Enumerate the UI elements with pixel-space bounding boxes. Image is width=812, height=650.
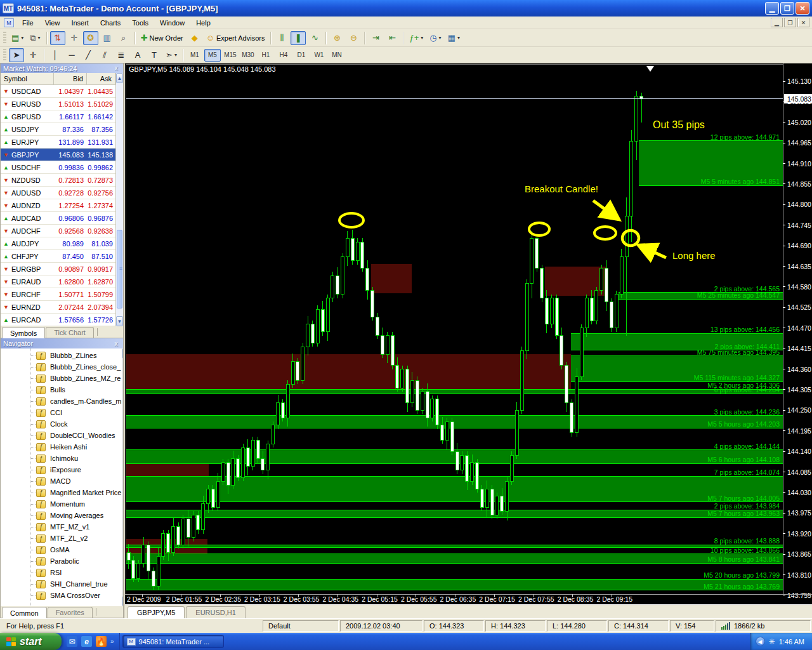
indicator-item[interactable]: ƒHeiken Ashi [1,441,122,453]
table-row[interactable]: ▲AUDJPY80.98981.039 [1,237,115,250]
indicator-item[interactable]: ƒBulls [1,384,122,395]
toolbar-grip[interactable] [3,49,6,62]
table-row[interactable]: ▲USDJPY87.33687.356 [1,123,115,136]
indicator-item[interactable]: ƒMoving Averages [1,510,122,521]
candlestick-mode-button[interactable]: ❚ [291,31,306,45]
table-row[interactable]: ▼EURAUD1.628001.62870 [1,275,115,288]
menu-view[interactable]: View [39,17,66,29]
internet-explorer-icon[interactable]: e [81,636,92,647]
table-row[interactable]: ▲CHFJPY87.45087.510 [1,250,115,263]
indicator-item[interactable]: ƒIchimoku [1,453,122,464]
table-row[interactable]: ▼AUDNZD1.272541.27374 [1,199,115,212]
expert-advisors-button[interactable]: ☺Expert Advisors [204,31,268,45]
vertical-line-button[interactable]: │ [48,48,63,62]
periods-button[interactable]: ◷▾ [427,31,443,45]
fibonacci-button[interactable]: ≣ [114,48,129,62]
indicator-item[interactable]: ƒcandles_m-Candles_m [1,395,122,407]
menu-charts[interactable]: Charts [95,17,126,29]
timeframe-mn[interactable]: MN [329,49,345,62]
auto-scroll-button[interactable]: ⇥ [368,31,383,45]
indicator-item[interactable]: ƒClock [1,418,122,430]
indicator-item[interactable]: ƒMagnified Market Price [1,487,122,498]
market-watch-button[interactable]: ⇅ [50,31,65,45]
table-row[interactable]: ▼GBPJPY145.083145.138 [1,149,115,161]
table-row[interactable]: ▼AUDUSD0.927280.92756 [1,187,115,199]
timeframe-m1[interactable]: M1 [187,49,203,62]
equidistant-channel-button[interactable]: ⫽ [97,48,112,62]
horizontal-line-button[interactable]: ─ [64,48,79,62]
text-button[interactable]: A [130,48,145,62]
timeframe-m30[interactable]: M30 [240,49,256,62]
close-button[interactable]: ✕ [796,2,809,15]
table-row[interactable]: ▲AUDCAD0.968060.96876 [1,212,115,225]
close-icon[interactable]: x [112,65,121,72]
mdi-minimize-button[interactable]: ▁ [771,18,783,27]
chevron-icon[interactable]: » [110,638,114,645]
templates-button[interactable]: ▦▾ [445,31,462,45]
data-window-button[interactable]: ✛ [67,31,82,45]
table-row[interactable]: ▼AUDCHF0.925680.92638 [1,225,115,237]
indicator-item[interactable]: ƒiExposure [1,464,122,475]
start-button[interactable]: start [0,633,62,650]
scroll-down-icon[interactable]: ▼ [122,596,124,606]
cursor-button[interactable]: ➤ [9,48,24,62]
timeframe-m15[interactable]: M15 [222,49,239,62]
table-row[interactable]: ▲USDCHF0.998360.99862 [1,161,115,174]
zoom-in-button[interactable]: ⊕ [329,31,344,45]
indicator-item[interactable]: ƒMomentum [1,498,122,510]
tray-chevron-icon[interactable]: ◀ [756,637,765,646]
menu-tools[interactable]: Tools [126,17,154,29]
indicator-item[interactable]: ƒBlubbb_ZLines [1,350,122,361]
tab-common[interactable]: Common [2,607,47,618]
timeframe-h4[interactable]: H4 [275,49,292,62]
indicator-item[interactable]: ƒCCI [1,407,122,418]
indicator-item[interactable]: ƒMACD [1,475,122,487]
menu-help[interactable]: Help [190,17,216,29]
indicator-item[interactable]: ƒBlubbb_ZLines_close_ [1,361,122,373]
indicator-item[interactable]: ƒMTF_ZL_v2 [1,533,122,544]
table-row[interactable]: ▼NZDUSD0.728130.72873 [1,174,115,187]
minimize-button[interactable]: ▁ [765,2,779,15]
outlook-icon[interactable]: ✉ [67,636,77,647]
timeframe-h1[interactable]: H1 [258,49,274,62]
table-row[interactable]: ▼EURUSD1.510131.51029 [1,98,115,110]
indicator-item[interactable]: ƒSMA CrossOver [1,590,122,601]
timeframe-w1[interactable]: W1 [311,49,327,62]
tab-favorites[interactable]: Favorites [48,607,93,618]
timeframe-m5[interactable]: M5 [204,49,221,62]
table-row[interactable]: ▼EURNZD2.072442.07394 [1,301,115,314]
menu-insert[interactable]: Insert [65,17,95,29]
firefox-icon[interactable]: 🔥 [96,636,107,647]
arrows-button[interactable]: ➣▾ [163,48,180,62]
restore-button[interactable]: ❐ [780,2,794,15]
scroll-down-icon[interactable]: ▼ [116,316,123,326]
chart-tab-eurusd-h1[interactable]: EURUSD,H1 [186,606,246,618]
close-icon[interactable]: x [112,340,121,347]
trendline-button[interactable]: ╱ [81,48,96,62]
profiles-button[interactable]: ⧉▾ [27,31,43,45]
zoom-out-button[interactable]: ⊖ [346,31,361,45]
strategy-tester-button[interactable]: ⌕ [116,31,131,45]
navigator-button[interactable]: ✪ [83,31,98,45]
tray-app-icon[interactable]: ✳ [769,637,775,646]
crosshair-button[interactable]: ✛ [25,48,41,62]
market-watch-titlebar[interactable]: Market Watch: 09:46:24 x [1,63,123,73]
indicator-item[interactable]: ƒRSI [1,567,122,578]
indicator-item[interactable]: ƒSHI_Channel_true [1,578,122,590]
mdi-close-button[interactable]: ✕ [797,18,809,27]
market-watch-scrollbar[interactable]: ▲ ▼ [115,73,123,326]
new-order-button[interactable]: ✚New Order [138,31,186,45]
taskbar-item-metatrader[interactable]: M 945081: MetaTrader ... [122,635,224,648]
chart-tab-gbpjpy-m5[interactable]: GBPJPY,M5 [128,606,185,618]
new-chart-button[interactable]: ▤▾ [9,31,26,45]
bar-chart-mode-button[interactable]: ⫼ [274,31,289,45]
price-chart[interactable]: 12 pips above: 144.971M5 5 minutes ago 1… [125,63,812,604]
table-row[interactable]: ▲GBPUSD1.661171.66142 [1,110,115,123]
chart-shift-button[interactable]: ⇤ [384,31,400,45]
indicator-item[interactable]: ƒDoubleCCI_Woodies [1,430,122,441]
navigator-scrollbar[interactable]: ▲ ▼ [122,348,124,606]
indicators-button[interactable]: ƒ+▾ [407,31,426,45]
indicator-item[interactable]: ƒOsMA [1,544,122,555]
table-row[interactable]: ▼USDCAD1.043971.04435 [1,85,115,98]
indicator-item[interactable]: ƒParabolic [1,555,122,567]
